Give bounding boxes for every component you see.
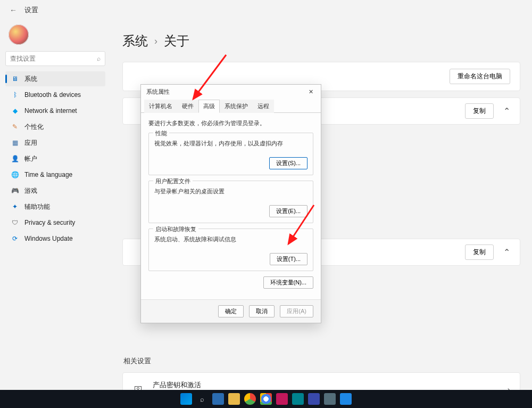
taskbar-app-icon[interactable] [340,393,352,405]
update-icon: ⟳ [11,234,19,243]
sidebar-item-accounts[interactable]: 👤帐户 [5,151,105,166]
sidebar-item-network[interactable]: ◆Network & internet [5,103,105,118]
display-icon: 🖥 [11,75,19,83]
sidebar-item-privacy[interactable]: 🛡Privacy & security [5,215,105,230]
rename-pc-button[interactable]: 重命名这台电脑 [450,69,510,84]
user-profiles-group: 用户配置文件 与登录帐户相关的桌面设置 设置(E)... [148,181,313,223]
sidebar-item-windows-update[interactable]: ⟳Windows Update [5,231,105,246]
globe-icon: 🌐 [11,170,19,179]
taskbar-app-icon[interactable] [212,393,224,405]
tab-system-protection[interactable]: 系统保护 [220,100,253,113]
person-icon: 👤 [11,154,19,163]
apps-icon: ▦ [11,138,19,147]
system-properties-dialog: 系统属性 ✕ 计算机名 硬件 高级 系统保护 远程 要进行大多数更改，你必须作为… [140,84,321,323]
taskbar-search-icon[interactable]: ⌕ [196,393,208,405]
sidebar-item-system[interactable]: 🖥系统 [5,71,105,86]
cancel-button[interactable]: 取消 [249,305,275,317]
browser-icon[interactable] [260,393,272,405]
related-product-key[interactable]: ⚿ 产品密钥和激活 更改产品密钥或升级 Windows › [122,372,520,390]
chevron-up-icon: ⌃ [503,247,510,257]
wifi-icon: ◆ [11,107,19,115]
sidebar-item-apps[interactable]: ▦应用 [5,135,105,150]
sidebar-item-gaming[interactable]: 🎮游戏 [5,183,105,198]
search-input[interactable]: 查找设置 ⌕ [5,51,105,66]
performance-group: 性能 视觉效果，处理器计划，内存使用，以及虚拟内存 设置(S)... [148,133,313,175]
search-placeholder: 查找设置 [10,54,36,63]
chevron-right-icon: › [154,36,157,47]
breadcrumb-root[interactable]: 系统 [122,32,148,50]
close-button[interactable]: ✕ [306,88,315,95]
sidebar-item-bluetooth[interactable]: ᛒBluetooth & devices [5,87,105,102]
accessibility-icon: ✦ [11,202,19,211]
settings-icon[interactable] [324,393,336,405]
sidebar: 查找设置 ⌕ 🖥系统 ᛒBluetooth & devices ◆Network… [0,20,111,390]
ok-button[interactable]: 确定 [218,305,244,317]
taskbar: ⌕ [0,390,532,408]
sidebar-item-time[interactable]: 🌐Time & language [5,167,105,182]
bluetooth-icon: ᛒ [11,91,19,99]
tab-advanced[interactable]: 高级 [198,100,220,113]
chevron-right-icon: › [508,385,510,390]
back-button[interactable]: ← [10,6,17,14]
user-avatar[interactable] [9,25,29,45]
breadcrumb-leaf: 关于 [164,32,189,50]
environment-variables-button[interactable]: 环境变量(N)... [263,276,313,289]
chrome-icon[interactable] [244,393,256,405]
tab-hardware[interactable]: 硬件 [177,100,198,113]
copy-button-2[interactable]: 复制 [465,244,494,260]
sidebar-item-personalization[interactable]: ✎个性化 [5,119,105,134]
taskbar-app-icon[interactable] [292,393,304,405]
search-icon: ⌕ [97,55,101,62]
game-icon: 🎮 [11,186,19,195]
tab-computer-name[interactable]: 计算机名 [144,100,177,113]
related-settings-title: 相关设置 [123,356,519,366]
breadcrumb: 系统 › 关于 [122,29,520,53]
chevron-up-icon: ⌃ [503,106,510,116]
copy-button-1[interactable]: 复制 [465,103,494,119]
brush-icon: ✎ [11,123,19,131]
apply-button[interactable]: 应用(A) [280,305,313,317]
shield-icon: 🛡 [11,218,19,227]
file-explorer-icon[interactable] [228,393,240,405]
dialog-title: 系统属性 [146,88,170,96]
taskbar-app-icon[interactable] [308,393,320,405]
startup-recovery-group: 启动和故障恢复 系统启动、系统故障和调试信息 设置(T)... [148,229,313,271]
startup-recovery-settings-button[interactable]: 设置(T)... [270,253,307,265]
key-icon: ⚿ [132,384,144,390]
start-button[interactable] [180,393,192,405]
taskbar-app-icon[interactable] [276,393,288,405]
admin-note: 要进行大多数更改，你必须作为管理员登录。 [148,119,313,127]
sidebar-item-accessibility[interactable]: ✦辅助功能 [5,199,105,214]
tab-remote[interactable]: 远程 [253,100,274,113]
window-title: 设置 [24,5,38,15]
performance-settings-button[interactable]: 设置(S)... [269,157,307,169]
user-profiles-settings-button[interactable]: 设置(E)... [269,205,307,217]
dialog-tabs: 计算机名 硬件 高级 系统保护 远程 [141,99,321,113]
